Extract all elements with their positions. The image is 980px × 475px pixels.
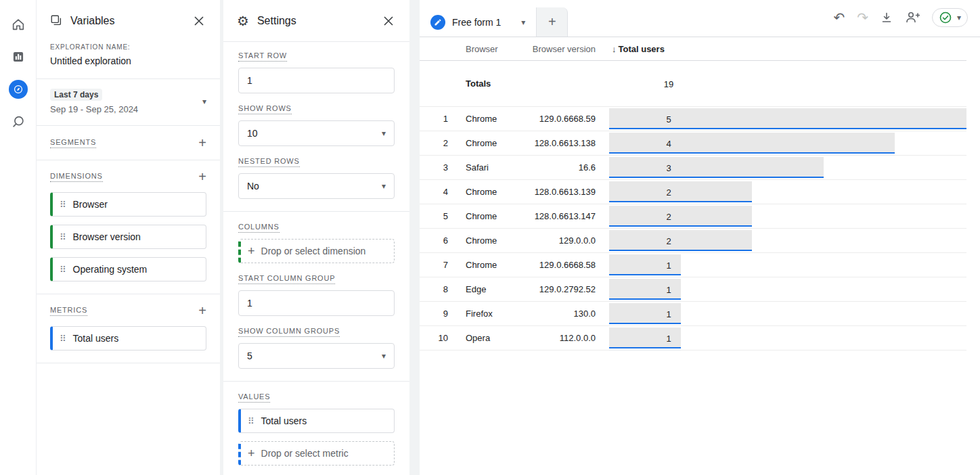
row-browser: Firefox <box>455 309 529 319</box>
table-row: 5 Chrome 128.0.6613.147 2 <box>420 204 966 229</box>
row-users-cell: 1 <box>609 253 966 277</box>
row-rank: 4 <box>420 187 455 197</box>
check-circle-icon <box>939 11 952 24</box>
heatmap-bar <box>609 206 752 227</box>
undo-button[interactable]: ↶ <box>833 11 845 24</box>
show-rows-select[interactable]: 10 ▾ <box>238 120 395 146</box>
heatmap-bar <box>609 157 824 178</box>
row-users-value: 2 <box>666 211 671 221</box>
dimensions-label: DIMENSIONS <box>50 172 103 182</box>
row-users-cell: 2 <box>609 204 966 228</box>
header-browser-version: Browser version <box>529 44 609 54</box>
row-version: 112.0.0.0 <box>529 333 609 343</box>
date-range-text: Sep 19 - Sep 25, 2024 <box>50 104 138 114</box>
variables-panel: Variables EXPLORATION NAME: Untitled exp… <box>37 0 220 475</box>
show-column-groups-value: 5 <box>247 350 252 361</box>
table-row: 8 Edge 129.0.2792.52 1 <box>420 277 966 302</box>
heatmap-bar <box>609 230 752 251</box>
reports-icon[interactable] <box>9 47 28 66</box>
totals-row: Totals 19 <box>420 61 966 107</box>
row-rank: 7 <box>420 260 455 270</box>
metrics-section: METRICS + ⠿ Total users <box>37 294 220 363</box>
exploration-name-block[interactable]: EXPLORATION NAME: Untitled exploration <box>37 42 220 79</box>
row-version: 128.0.6613.138 <box>529 138 609 148</box>
table-row: 10 Opera 112.0.0.0 1 <box>420 326 966 350</box>
nested-rows-label: NESTED ROWS <box>238 157 300 167</box>
row-rank: 10 <box>420 333 455 343</box>
dimension-chip-operating-system[interactable]: ⠿ Operating system <box>50 257 206 281</box>
row-version: 128.0.6613.139 <box>529 187 609 197</box>
row-users-cell: 1 <box>609 277 966 301</box>
dimensions-section: DIMENSIONS + ⠿ Browser ⠿ Browser version… <box>37 160 220 294</box>
row-users-cell: 2 <box>609 180 966 204</box>
add-icon: + <box>248 245 255 257</box>
row-users-cell: 1 <box>609 326 966 350</box>
columns-drop-text: Drop or select dimension <box>261 246 366 256</box>
header-total-users[interactable]: ↓ Total users <box>609 44 966 54</box>
add-dimension-button[interactable]: + <box>198 170 206 183</box>
download-button[interactable] <box>881 12 893 24</box>
row-version: 129.0.2792.52 <box>529 284 609 294</box>
header-total-users-label: Total users <box>619 44 665 54</box>
row-browser: Chrome <box>455 187 529 197</box>
dimension-chip-browser[interactable]: ⠿ Browser <box>50 192 206 217</box>
header-browser: Browser <box>455 44 529 54</box>
row-version: 130.0 <box>529 309 609 319</box>
row-users-value: 1 <box>666 309 671 319</box>
segments-section: SEGMENTS + <box>37 126 220 160</box>
share-button[interactable] <box>905 10 920 25</box>
divider <box>223 211 409 212</box>
drag-handle-icon: ⠿ <box>60 233 66 242</box>
row-rank: 2 <box>420 138 455 148</box>
table-body: 1 Chrome 129.0.6668.59 5 2 Chrome 128.0.… <box>420 107 966 350</box>
canvas-toolbar: ↶ ↷ ▾ <box>833 8 980 37</box>
explore-icon[interactable] <box>9 80 28 99</box>
gear-icon: ⚙ <box>237 14 249 28</box>
show-column-groups-label: SHOW COLUMN GROUPS <box>238 327 340 337</box>
redo-button[interactable]: ↷ <box>857 11 868 24</box>
row-users-value: 5 <box>666 114 671 124</box>
status-button[interactable]: ▾ <box>932 8 968 27</box>
divider <box>223 381 409 382</box>
values-drop-zone[interactable]: + Drop or select metric <box>238 441 395 466</box>
row-version: 129.0.6668.59 <box>529 114 609 124</box>
settings-title: Settings <box>257 15 296 27</box>
start-column-group-label: START COLUMN GROUP <box>238 274 335 284</box>
dimension-chip-browser-version[interactable]: ⠿ Browser version <box>50 225 206 249</box>
add-icon: + <box>548 14 556 30</box>
settings-panel: ⚙ Settings START ROW SHOW ROWS 10 ▾ NEST… <box>223 0 409 475</box>
show-rows-label: SHOW ROWS <box>238 104 292 114</box>
table-header-row: Browser Browser version ↓ Total users <box>420 37 966 61</box>
heatmap-bar <box>609 181 752 202</box>
metrics-label: METRICS <box>50 306 87 316</box>
date-range-selector[interactable]: Last 7 days Sep 19 - Sep 25, 2024 ▾ <box>37 79 220 126</box>
close-settings-button[interactable] <box>381 14 396 28</box>
sort-descending-icon: ↓ <box>612 44 617 54</box>
add-segment-button[interactable]: + <box>198 136 206 150</box>
home-icon[interactable] <box>9 15 28 34</box>
chevron-down-icon: ▾ <box>382 129 386 137</box>
start-row-input[interactable] <box>238 68 395 93</box>
chevron-down-icon: ▾ <box>957 14 961 22</box>
row-version: 128.0.6613.147 <box>529 211 609 221</box>
nested-rows-select[interactable]: No ▾ <box>238 173 395 199</box>
columns-drop-zone[interactable]: + Drop or select dimension <box>238 239 395 263</box>
exploration-name-label: EXPLORATION NAME: <box>50 43 206 51</box>
row-rank: 6 <box>420 235 455 246</box>
show-column-groups-select[interactable]: 5 ▾ <box>238 343 395 369</box>
add-metric-button[interactable]: + <box>198 304 206 317</box>
chevron-down-icon: ▾ <box>202 97 206 106</box>
dimension-chip-label: Browser version <box>73 231 141 242</box>
variables-title: Variables <box>70 15 115 27</box>
values-chip-total-users[interactable]: ⠿ Total users <box>238 409 395 433</box>
start-column-group-input[interactable] <box>238 290 395 316</box>
advertising-icon[interactable] <box>9 112 28 131</box>
metric-chip-total-users[interactable]: ⠿ Total users <box>50 326 206 350</box>
close-variables-button[interactable] <box>192 14 206 28</box>
values-label: VALUES <box>238 392 270 403</box>
add-tab-button[interactable]: + <box>537 7 568 37</box>
tab-free-form-1[interactable]: Free form 1 ▾ <box>420 7 537 37</box>
row-users-value: 1 <box>666 333 671 343</box>
drag-handle-icon: ⠿ <box>60 265 66 274</box>
row-rank: 8 <box>420 284 455 294</box>
